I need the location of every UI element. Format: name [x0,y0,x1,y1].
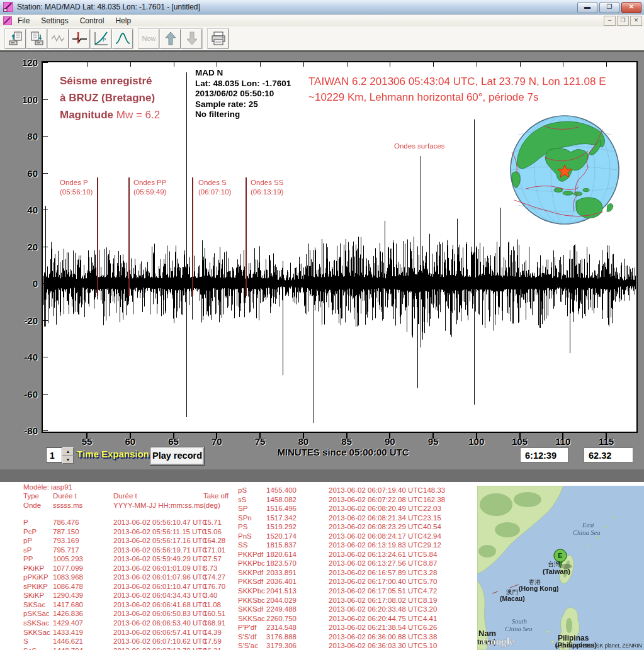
phase-row: PP1005.2932013-06-02 05:59:49.29 UTC27.5… [23,554,235,564]
col-header-onde: Onde [23,502,53,509]
print-icon [211,31,226,46]
phase-row: SKiKP1290.4392013-06-02 06:04:34.43 UTC3… [23,591,235,600]
window-title: Station: MAD/MAD Lat: 48.035 Lon: -1.760… [17,3,200,11]
phase-table-left: P786.4762013-06-02 05:56:10.47 UTC15.71 … [23,518,235,650]
restore-button[interactable]: ❐ [599,2,619,13]
time-expansion-label: Time Expansion [77,449,149,459]
waveform-icon [50,31,67,46]
phase-row: sSKSac1429.4072013-06-02 06:06:53.40 UTC… [23,619,235,628]
col-header-duration-s: Durée t [53,492,113,500]
y-tick-label: 120 [11,57,38,68]
y-tick-label: 20 [11,241,38,252]
spin-up-button[interactable]: ▲ [62,447,74,456]
phase-row: SKKSdf2249.4882013-06-02 06:20:33.48 UTC… [238,605,456,614]
map-pin-letter: E [558,552,562,559]
phase-row: SP1516.4962013-06-02 06:08:20.49 UTC22.0… [238,504,456,513]
now-button-label: Now [142,35,155,42]
spin-down-button[interactable]: ▼ [62,456,74,464]
svg-text:P: P [103,37,106,43]
location-map[interactable]: E East China Sea South China Sea 台灣 (Tai… [477,486,644,650]
phase-row: PKKSdf2036.4012013-06-02 06:17:00.40 UTC… [238,577,456,586]
south-china-sea-label: South [512,618,527,625]
y-tick-label: -60 [11,388,38,399]
menu-file[interactable]: File [12,15,35,26]
phase-row: SPn1517.3422013-06-02 06:08:21.34 UTC23.… [238,513,456,523]
taiwan-native-label: 台灣 [548,561,560,568]
gauss-filter-icon [115,31,131,46]
svg-text:China Sea: China Sea [505,625,532,632]
station-info: MAD N Lat: 48.035 Lon: -1.7601 2013/06/0… [195,68,291,120]
taiwan-label: (Taiwan) [543,568,570,575]
map-copyright: Map data ©2013 SK planet, ZENRIN [555,642,642,649]
phase-marker-label: Ondes P(05:56:10) [60,178,93,197]
time-expansion-input[interactable]: 1 [46,447,62,462]
print-button[interactable] [208,29,229,48]
phase-marker-label: Ondes SS(06:13:19) [251,178,283,197]
mdi-restore-button[interactable]: ❐ [617,16,629,26]
recording-note: Séisme enregistré à BRUZ (Bretagne) Magn… [60,72,160,123]
phase-table-right: pS1455.4002013-06-02 06:07:19.40 UTC148.… [238,486,456,650]
svg-text:China Sea: China Sea [573,529,600,536]
pick-phase-button[interactable] [69,29,90,48]
phase-marker-label: Ondes PP(05:59:49) [133,178,166,197]
seismogram-plot[interactable]: Séisme enregistré à BRUZ (Bretagne) Magn… [42,61,638,433]
x-axis-title: MINUTES since 05:00:00 UTC [264,447,422,457]
phase-marker-line [97,177,98,296]
document-icon [3,16,12,25]
phase-row: sP795.7172013-06-02 05:56:19.71 UTC171.0… [23,546,235,555]
titlebar[interactable]: Station: MAD/MAD Lat: 48.035 Lon: -1.760… [0,0,644,14]
app-window: Station: MAD/MAD Lat: 48.035 Lon: -1.760… [0,0,644,650]
menu-control[interactable]: Control [74,15,110,26]
mdi-minimize-button[interactable]: – [604,16,616,26]
gauss-filter-button[interactable] [112,29,133,48]
waveform-button[interactable] [48,29,69,48]
macau-label: (Macau) [500,595,525,602]
mdi-close-button[interactable]: ✕ [630,16,642,26]
phase-row: PS1519.2922013-06-02 06:08:23.29 UTC40.5… [238,522,456,532]
menubar: File Settings Control Help – ❐ ✕ [0,14,644,27]
workspace-divider [0,469,644,482]
phase-marker-line [128,177,130,296]
load-record-button[interactable] [5,29,26,48]
save-record-button[interactable] [26,29,47,48]
y-tick-label: -40 [11,352,38,362]
scroll-down-icon [186,31,198,46]
travel-time-curve-icon: P [93,30,110,47]
east-china-sea-label: East [582,522,595,529]
cursor-line[interactable] [186,72,187,417]
menu-settings[interactable]: Settings [35,15,74,26]
phase-marker-label: Ondes S(06:07:10) [198,178,231,197]
app-icon [3,2,13,12]
phase-row: PKKSbc2044.0292013-06-02 06:17:08.02 UTC… [238,596,456,605]
y-tick-label: 40 [11,205,38,215]
col-header-takeoff: Take off [203,492,229,500]
scroll-up-button[interactable] [160,29,181,48]
phase-row: P'P'df2314.5482013-06-02 06:21:38.54 UTC… [238,623,456,632]
y-tick-label: -80 [11,425,38,436]
cursor-time-field[interactable]: 6:12:39 [520,447,568,462]
minimize-button[interactable]: ▬ [577,2,597,13]
phase-row: pP793.1692013-06-02 05:56:17.16 UTC164.2… [23,536,235,546]
scroll-down-button[interactable] [181,29,202,48]
event-title: TAIWAN 6.2 201306 05:43:04 UTC, Lat 23.7… [308,74,606,105]
phase-row: ScS1448.7942013-06-02 06:07:12.79 UTC16.… [23,646,235,650]
phase-row: SKKPbc2041.5132013-06-02 06:17:05.51 UTC… [238,586,456,596]
toolbar: P Now [0,26,644,52]
model-label: Modèle: iasp91 [23,483,72,491]
surface-waves-label: Ondes surfaces [394,142,445,150]
phase-row: PKKPbc1823.5702013-06-02 06:13:27.56 UTC… [238,559,456,568]
phase-row: PKKPdf1820.6142013-06-02 06:13:24.61 UTC… [238,550,456,559]
play-record-button[interactable]: Play record [150,447,205,466]
col-header-duration-utc: Durée t [113,492,203,500]
cursor-minutes-field[interactable]: 62.32 [584,447,633,462]
menu-help[interactable]: Help [110,15,137,26]
y-tick-label: -20 [11,315,38,325]
phase-row: P786.4762013-06-02 05:56:10.47 UTC15.71 [23,518,235,527]
save-record-icon [30,31,45,46]
load-record-icon [8,31,23,46]
now-button[interactable]: Now [138,29,159,48]
phase-row: PKiKP1077.0992013-06-02 06:01:01.09 UTC5… [23,564,235,573]
google-logo: Google [482,636,514,647]
close-button[interactable]: ✕ [621,2,641,13]
travel-time-button[interactable]: P [91,29,111,48]
